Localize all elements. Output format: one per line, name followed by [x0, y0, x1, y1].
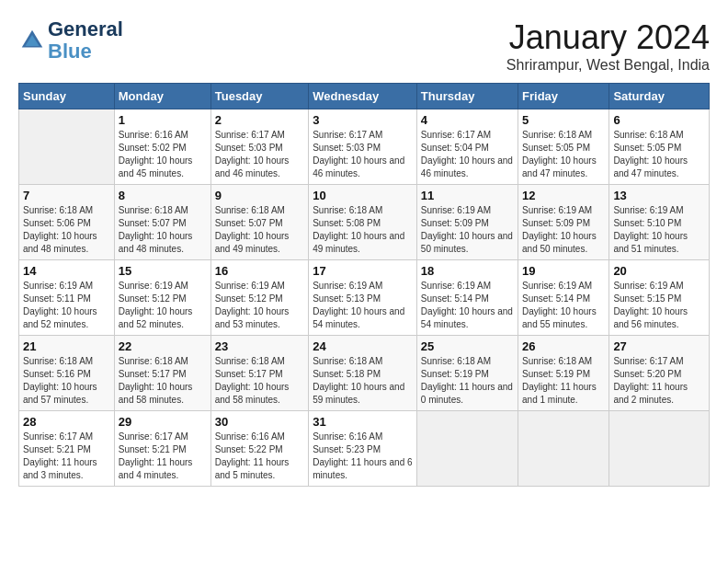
calendar-week-5: 28Sunrise: 6:17 AMSunset: 5:21 PMDayligh… [19, 411, 710, 487]
day-number: 17 [313, 264, 413, 278]
day-info: Sunrise: 6:18 AMSunset: 5:08 PMDaylight:… [313, 204, 413, 256]
logo-icon [18, 27, 46, 54]
day-number: 10 [313, 189, 413, 202]
calendar-cell: 7Sunrise: 6:18 AMSunset: 5:06 PMDaylight… [19, 185, 115, 260]
calendar-cell: 18Sunrise: 6:19 AMSunset: 5:14 PMDayligh… [416, 260, 518, 336]
calendar-cell: 26Sunrise: 6:18 AMSunset: 5:19 PMDayligh… [518, 336, 609, 411]
calendar-body: 1Sunrise: 6:16 AMSunset: 5:02 PMDaylight… [19, 109, 710, 487]
day-info: Sunrise: 6:19 AMSunset: 5:09 PMDaylight:… [522, 204, 605, 256]
day-of-week-thursday: Thursday [416, 84, 518, 109]
day-info: Sunrise: 6:18 AMSunset: 5:19 PMDaylight:… [421, 355, 514, 407]
calendar-week-1: 1Sunrise: 6:16 AMSunset: 5:02 PMDaylight… [19, 109, 710, 185]
day-number: 1 [119, 113, 207, 127]
day-number: 31 [313, 415, 413, 429]
day-number: 26 [522, 339, 605, 353]
day-number: 19 [522, 264, 605, 278]
day-number: 23 [215, 339, 304, 353]
calendar-cell: 4Sunrise: 6:17 AMSunset: 5:04 PMDaylight… [416, 109, 518, 185]
day-info: Sunrise: 6:17 AMSunset: 5:04 PMDaylight:… [421, 129, 514, 180]
day-info: Sunrise: 6:19 AMSunset: 5:15 PMDaylight:… [613, 280, 705, 331]
day-number: 14 [23, 264, 110, 278]
calendar-cell [19, 109, 115, 185]
day-number: 16 [215, 264, 304, 278]
day-info: Sunrise: 6:18 AMSunset: 5:07 PMDaylight:… [119, 204, 207, 256]
calendar-table: SundayMondayTuesdayWednesdayThursdayFrid… [18, 83, 710, 487]
day-number: 3 [313, 113, 413, 127]
calendar-cell: 25Sunrise: 6:18 AMSunset: 5:19 PMDayligh… [416, 336, 518, 411]
day-number: 15 [119, 264, 207, 278]
calendar-cell: 2Sunrise: 6:17 AMSunset: 5:03 PMDaylight… [210, 109, 308, 185]
calendar-cell: 27Sunrise: 6:17 AMSunset: 5:20 PMDayligh… [609, 336, 710, 411]
main-title: January 2024 [506, 18, 710, 57]
calendar-cell: 16Sunrise: 6:19 AMSunset: 5:12 PMDayligh… [210, 260, 308, 336]
day-number: 11 [421, 189, 514, 202]
calendar-cell: 15Sunrise: 6:19 AMSunset: 5:12 PMDayligh… [114, 260, 210, 336]
day-info: Sunrise: 6:18 AMSunset: 5:18 PMDaylight:… [313, 355, 413, 407]
day-number: 9 [215, 189, 304, 202]
day-of-week-monday: Monday [114, 84, 210, 109]
day-number: 6 [613, 113, 705, 127]
calendar-week-3: 14Sunrise: 6:19 AMSunset: 5:11 PMDayligh… [19, 260, 710, 336]
day-info: Sunrise: 6:17 AMSunset: 5:21 PMDaylight:… [119, 431, 207, 482]
day-number: 8 [119, 189, 207, 202]
day-info: Sunrise: 6:16 AMSunset: 5:23 PMDaylight:… [313, 431, 413, 482]
day-number: 24 [313, 339, 413, 353]
day-info: Sunrise: 6:18 AMSunset: 5:17 PMDaylight:… [215, 355, 304, 407]
day-info: Sunrise: 6:19 AMSunset: 5:10 PMDaylight:… [613, 204, 705, 256]
day-info: Sunrise: 6:17 AMSunset: 5:03 PMDaylight:… [313, 129, 413, 180]
day-of-week-sunday: Sunday [19, 84, 115, 109]
day-info: Sunrise: 6:18 AMSunset: 5:05 PMDaylight:… [613, 129, 705, 180]
day-info: Sunrise: 6:17 AMSunset: 5:03 PMDaylight:… [215, 129, 304, 180]
day-number: 28 [23, 415, 110, 429]
calendar-cell: 29Sunrise: 6:17 AMSunset: 5:21 PMDayligh… [114, 411, 210, 487]
calendar-header: SundayMondayTuesdayWednesdayThursdayFrid… [19, 84, 710, 109]
calendar-cell: 8Sunrise: 6:18 AMSunset: 5:07 PMDaylight… [114, 185, 210, 260]
calendar-cell: 23Sunrise: 6:18 AMSunset: 5:17 PMDayligh… [210, 336, 308, 411]
day-number: 4 [421, 113, 514, 127]
calendar-cell: 30Sunrise: 6:16 AMSunset: 5:22 PMDayligh… [210, 411, 308, 487]
day-info: Sunrise: 6:19 AMSunset: 5:14 PMDaylight:… [522, 280, 605, 331]
calendar-cell: 24Sunrise: 6:18 AMSunset: 5:18 PMDayligh… [309, 336, 417, 411]
calendar-cell: 20Sunrise: 6:19 AMSunset: 5:15 PMDayligh… [609, 260, 710, 336]
calendar-cell: 19Sunrise: 6:19 AMSunset: 5:14 PMDayligh… [518, 260, 609, 336]
subtitle: Shrirampur, West Bengal, India [506, 57, 710, 74]
calendar-cell: 13Sunrise: 6:19 AMSunset: 5:10 PMDayligh… [609, 185, 710, 260]
day-number: 22 [119, 339, 207, 353]
day-number: 30 [215, 415, 304, 429]
day-number: 29 [119, 415, 207, 429]
day-number: 27 [613, 339, 705, 353]
day-number: 20 [613, 264, 705, 278]
day-info: Sunrise: 6:18 AMSunset: 5:06 PMDaylight:… [23, 204, 110, 256]
calendar-cell: 28Sunrise: 6:17 AMSunset: 5:21 PMDayligh… [19, 411, 115, 487]
day-info: Sunrise: 6:18 AMSunset: 5:17 PMDaylight:… [119, 355, 207, 407]
day-info: Sunrise: 6:18 AMSunset: 5:05 PMDaylight:… [522, 129, 605, 180]
day-of-week-saturday: Saturday [609, 84, 710, 109]
day-number: 18 [421, 264, 514, 278]
day-info: Sunrise: 6:19 AMSunset: 5:13 PMDaylight:… [313, 280, 413, 331]
calendar-cell [609, 411, 710, 487]
day-info: Sunrise: 6:18 AMSunset: 5:19 PMDaylight:… [522, 355, 605, 407]
day-number: 7 [23, 189, 110, 202]
calendar-cell [518, 411, 609, 487]
days-of-week-row: SundayMondayTuesdayWednesdayThursdayFrid… [19, 84, 710, 109]
calendar-cell: 21Sunrise: 6:18 AMSunset: 5:16 PMDayligh… [19, 336, 115, 411]
day-info: Sunrise: 6:19 AMSunset: 5:09 PMDaylight:… [421, 204, 514, 256]
day-info: Sunrise: 6:19 AMSunset: 5:12 PMDaylight:… [215, 280, 304, 331]
calendar-cell: 14Sunrise: 6:19 AMSunset: 5:11 PMDayligh… [19, 260, 115, 336]
calendar-cell: 12Sunrise: 6:19 AMSunset: 5:09 PMDayligh… [518, 185, 609, 260]
calendar-cell: 6Sunrise: 6:18 AMSunset: 5:05 PMDaylight… [609, 109, 710, 185]
calendar-cell: 10Sunrise: 6:18 AMSunset: 5:08 PMDayligh… [309, 185, 417, 260]
page-header: General Blue January 2024 Shrirampur, We… [18, 18, 710, 74]
calendar-cell: 22Sunrise: 6:18 AMSunset: 5:17 PMDayligh… [114, 336, 210, 411]
day-info: Sunrise: 6:19 AMSunset: 5:11 PMDaylight:… [23, 280, 110, 331]
day-number: 12 [522, 189, 605, 202]
day-number: 2 [215, 113, 304, 127]
day-info: Sunrise: 6:18 AMSunset: 5:07 PMDaylight:… [215, 204, 304, 256]
day-number: 21 [23, 339, 110, 353]
day-of-week-wednesday: Wednesday [309, 84, 417, 109]
day-info: Sunrise: 6:17 AMSunset: 5:20 PMDaylight:… [613, 355, 705, 407]
day-info: Sunrise: 6:18 AMSunset: 5:16 PMDaylight:… [23, 355, 110, 407]
day-of-week-tuesday: Tuesday [210, 84, 308, 109]
calendar-cell [416, 411, 518, 487]
calendar-cell: 17Sunrise: 6:19 AMSunset: 5:13 PMDayligh… [309, 260, 417, 336]
